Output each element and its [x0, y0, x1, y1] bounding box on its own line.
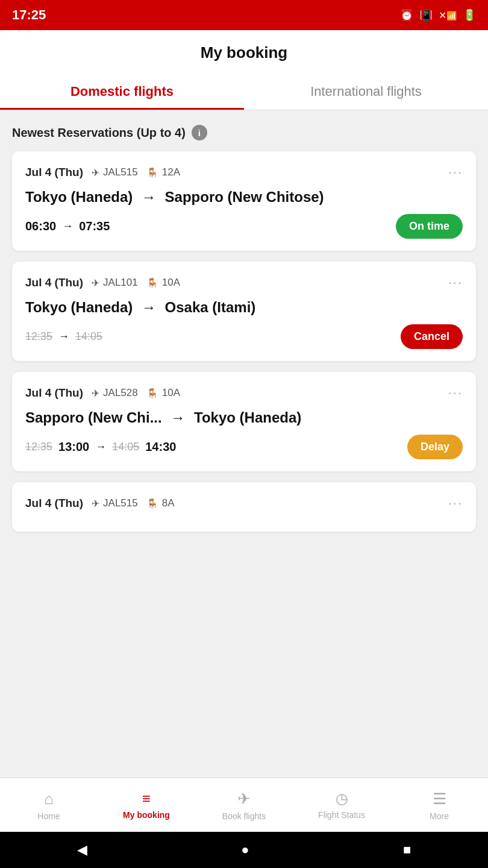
route-1: Tokyo (Haneda) → Sapporo (New Chitose): [25, 189, 463, 206]
nav-my-booking[interactable]: ≡ My booking: [98, 778, 195, 832]
booking-date-1: Jul 4 (Thu): [25, 166, 83, 179]
card-header-3: Jul 4 (Thu) ✈ JAL528 🪑 10A ···: [25, 385, 463, 401]
flight-number-3: JAL528: [103, 387, 138, 399]
battery-icon: 🔋: [463, 8, 476, 22]
booking-date-2: Jul 4 (Thu): [25, 276, 83, 289]
tab-domestic[interactable]: Domestic flights: [0, 73, 244, 110]
book-flights-icon: ✈: [237, 790, 251, 808]
seat-icon-1: 🪑: [146, 167, 158, 178]
more-dots-2[interactable]: ···: [448, 275, 463, 291]
arrive-new-3: 14:30: [145, 440, 176, 454]
card-header-2: Jul 4 (Thu) ✈ JAL101 🪑 10A ···: [25, 275, 463, 291]
tab-international[interactable]: International flights: [244, 73, 488, 110]
booking-card-2: Jul 4 (Thu) ✈ JAL101 🪑 10A ··· Tokyo (Ha…: [12, 262, 476, 361]
card-header-1: Jul 4 (Thu) ✈ JAL515 🪑 12A ···: [25, 165, 463, 180]
more-dots-1[interactable]: ···: [448, 165, 463, 180]
vibrate-icon: 📳: [419, 8, 433, 22]
booking-card-4: Jul 4 (Thu) ✈ JAL515 🪑 8A ···: [12, 482, 476, 532]
nav-flight-status[interactable]: ◷ Flight Status: [293, 778, 390, 832]
seat-icon-4: 🪑: [146, 498, 158, 509]
recents-button[interactable]: ■: [403, 842, 411, 858]
status-icons: ⏰ 📳 ✕📶 🔋: [400, 8, 476, 22]
route-arrow-3: →: [170, 409, 185, 426]
header: My booking Domestic flights Internationa…: [0, 30, 488, 110]
wifi-icon: ✕📶: [439, 10, 457, 21]
seat-icon-2: 🪑: [146, 277, 158, 289]
seat-4: 8A: [162, 497, 175, 509]
content-area: Newest Reservations (Up to 4) i Jul 4 (T…: [0, 110, 488, 615]
booking-card-1: Jul 4 (Thu) ✈ JAL515 🪑 12A ··· Tokyo (Ha…: [12, 151, 476, 251]
booking-date-3: Jul 4 (Thu): [25, 386, 83, 400]
nav-my-booking-label: My booking: [123, 810, 170, 820]
plane-icon-4: ✈: [92, 498, 99, 509]
plane-icon-1: ✈: [92, 167, 99, 178]
android-nav-bar: ◀ ● ■: [0, 832, 488, 868]
more-dots-3[interactable]: ···: [448, 385, 463, 401]
status-time: 17:25: [12, 7, 46, 23]
my-booking-icon: ≡: [142, 790, 151, 807]
card-header-4: Jul 4 (Thu) ✈ JAL515 🪑 8A ···: [25, 495, 463, 511]
route-arrow-2: →: [142, 299, 156, 315]
seat-2: 10A: [162, 277, 180, 289]
nav-book-flights-label: Book flights: [222, 811, 266, 821]
nav-home[interactable]: ⌂ Home: [0, 778, 98, 832]
status-badge-2: Cancel: [401, 324, 463, 349]
route-3: Sapporo (New Chi... → Tokyo (Haneda): [25, 409, 463, 426]
booking-card-3: Jul 4 (Thu) ✈ JAL528 🪑 10A ··· Sapporo (…: [12, 372, 476, 471]
section-title: Newest Reservations (Up to 4) i: [12, 125, 476, 140]
times-1: 06:30 → 07:35: [25, 219, 110, 233]
route-2: Tokyo (Haneda) → Osaka (Itami): [25, 299, 463, 316]
plane-icon-3: ✈: [92, 388, 99, 399]
nav-more[interactable]: ☰ More: [390, 778, 488, 832]
depart-strike-3: 12:35: [25, 441, 52, 453]
arrive-strike-3: 14:05: [112, 441, 139, 453]
depart-new-3: 13:00: [58, 440, 89, 454]
route-arrow-1: →: [142, 189, 156, 205]
nav-more-label: More: [430, 811, 449, 821]
seat-3: 10A: [162, 387, 180, 399]
status-badge-3: Delay: [407, 435, 463, 459]
times-3: 12:35 13:00 → 14:05 14:30: [25, 440, 176, 454]
depart-strike-2: 12:35: [25, 330, 52, 343]
seat-icon-3: 🪑: [146, 388, 158, 399]
more-icon: ☰: [433, 790, 446, 808]
more-dots-4[interactable]: ···: [448, 495, 463, 511]
nav-home-label: Home: [37, 811, 60, 821]
seat-1: 12A: [162, 166, 180, 178]
booking-date-4: Jul 4 (Thu): [25, 497, 83, 510]
tabs-container: Domestic flights International flights: [0, 73, 488, 110]
back-button[interactable]: ◀: [77, 842, 87, 858]
info-icon[interactable]: i: [192, 125, 207, 140]
page-title: My booking: [0, 43, 488, 73]
plane-icon-2: ✈: [92, 277, 99, 289]
flight-number-2: JAL101: [103, 277, 138, 289]
home-button[interactable]: ●: [241, 842, 249, 858]
status-bar: 17:25 ⏰ 📳 ✕📶 🔋: [0, 0, 488, 30]
times-2: 12:35 → 14:05: [25, 330, 102, 343]
bottom-nav: ⌂ Home ≡ My booking ✈ Book flights ◷ Fli…: [0, 778, 488, 832]
arrive-strike-2: 14:05: [75, 330, 102, 343]
home-icon: ⌂: [44, 790, 54, 808]
status-badge-1: On time: [396, 214, 463, 239]
nav-book-flights[interactable]: ✈ Book flights: [195, 778, 293, 832]
alarm-icon: ⏰: [400, 8, 413, 22]
nav-flight-status-label: Flight Status: [318, 810, 365, 820]
flight-number-1: JAL515: [103, 166, 138, 178]
flight-status-icon: ◷: [336, 790, 348, 807]
flight-number-4: JAL515: [103, 497, 138, 509]
